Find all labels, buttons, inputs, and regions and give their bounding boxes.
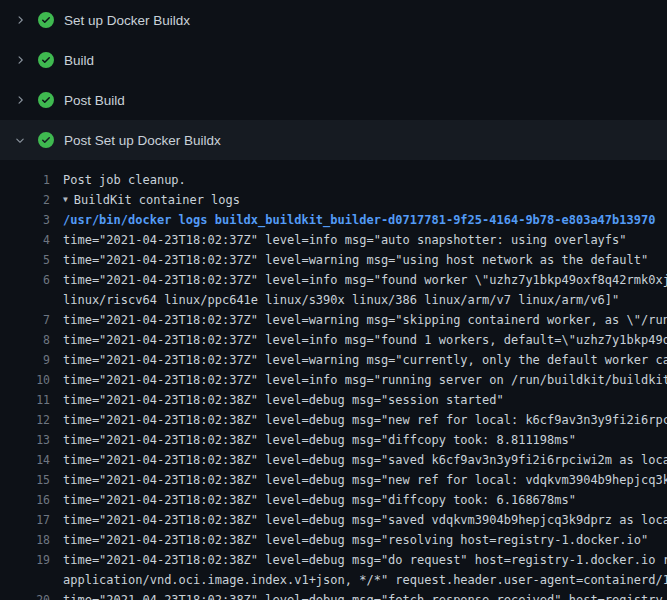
actions-log-viewer: Set up Docker Buildx Build Post Build (0, 0, 667, 600)
log-line: 17 time="2021-04-23T18:02:38Z" level=deb… (0, 510, 667, 530)
section-header-build[interactable]: Build (0, 40, 667, 80)
log-line: 12 time="2021-04-23T18:02:38Z" level=deb… (0, 410, 667, 430)
log-text: time="2021-04-23T18:02:37Z" level=info m… (50, 370, 667, 390)
log-line: 14 time="2021-04-23T18:02:38Z" level=deb… (0, 450, 667, 470)
line-number[interactable]: 19 (0, 550, 50, 570)
section-label: Set up Docker Buildx (64, 13, 190, 28)
log-line: 20 time="2021-04-23T18:02:38Z" level=deb… (0, 590, 667, 600)
line-number[interactable] (0, 570, 50, 590)
log-text: time="2021-04-23T18:02:38Z" level=debug … (50, 550, 667, 570)
line-number[interactable]: 18 (0, 530, 50, 550)
log-line: 18 time="2021-04-23T18:02:38Z" level=deb… (0, 530, 667, 550)
line-number[interactable]: 20 (0, 590, 50, 600)
log-text: linux/riscv64 linux/ppc641e linux/s390x … (50, 290, 667, 310)
log-line: 1 Post job cleanup. (0, 170, 667, 190)
log-line: 9 time="2021-04-23T18:02:37Z" level=warn… (0, 350, 667, 370)
log-area: 1 Post job cleanup. 2 ▼ BuildKit contain… (0, 160, 667, 600)
log-line: 10 time="2021-04-23T18:02:37Z" level=inf… (0, 370, 667, 390)
line-number[interactable]: 8 (0, 330, 50, 350)
line-number[interactable]: 5 (0, 250, 50, 270)
group-toggle-icon[interactable]: ▼ (50, 190, 68, 210)
line-number[interactable]: 10 (0, 370, 50, 390)
chevron-right-icon (12, 52, 28, 68)
log-line: 11 time="2021-04-23T18:02:38Z" level=deb… (0, 390, 667, 410)
chevron-right-icon (12, 92, 28, 108)
check-circle-icon (38, 92, 54, 108)
step-list: Set up Docker Buildx Build Post Build (0, 0, 667, 160)
log-text: time="2021-04-23T18:02:37Z" level=info m… (50, 270, 667, 290)
line-number[interactable] (0, 290, 50, 310)
log-text: time="2021-04-23T18:02:37Z" level=warnin… (50, 250, 667, 270)
line-number[interactable]: 13 (0, 430, 50, 450)
log-line: 13 time="2021-04-23T18:02:38Z" level=deb… (0, 430, 667, 450)
log-text: Post job cleanup. (50, 170, 667, 190)
log-text: time="2021-04-23T18:02:38Z" level=debug … (50, 410, 667, 430)
log-line: 5 time="2021-04-23T18:02:37Z" level=warn… (0, 250, 667, 270)
check-circle-icon (38, 52, 54, 68)
log-line: 16 time="2021-04-23T18:02:38Z" level=deb… (0, 490, 667, 510)
line-number[interactable]: 17 (0, 510, 50, 530)
log-line: linux/riscv64 linux/ppc641e linux/s390x … (0, 290, 667, 310)
section-header-post-set-up-docker-buildx[interactable]: Post Set up Docker Buildx (0, 120, 667, 160)
log-text: time="2021-04-23T18:02:38Z" level=debug … (50, 490, 667, 510)
log-text: time="2021-04-23T18:02:37Z" level=info m… (50, 230, 667, 250)
log-text: BuildKit container logs (68, 190, 667, 210)
log-text: time="2021-04-23T18:02:38Z" level=debug … (50, 430, 667, 450)
log-line: 2 ▼ BuildKit container logs (0, 190, 667, 210)
check-circle-icon (38, 132, 54, 148)
log-line: 15 time="2021-04-23T18:02:38Z" level=deb… (0, 470, 667, 490)
line-number[interactable]: 11 (0, 390, 50, 410)
line-number[interactable]: 16 (0, 490, 50, 510)
chevron-down-icon (12, 132, 28, 148)
line-number[interactable]: 15 (0, 470, 50, 490)
log-line: 6 time="2021-04-23T18:02:37Z" level=info… (0, 270, 667, 290)
section-label: Post Set up Docker Buildx (64, 133, 221, 148)
log-line: 7 time="2021-04-23T18:02:37Z" level=warn… (0, 310, 667, 330)
log-text: time="2021-04-23T18:02:38Z" level=debug … (50, 590, 667, 600)
log-text: time="2021-04-23T18:02:38Z" level=debug … (50, 450, 667, 470)
line-number[interactable]: 2 (0, 190, 50, 210)
log-line: 8 time="2021-04-23T18:02:37Z" level=info… (0, 330, 667, 350)
log-line: 19 time="2021-04-23T18:02:38Z" level=deb… (0, 550, 667, 570)
line-number[interactable]: 7 (0, 310, 50, 330)
log-text: /usr/bin/docker logs buildx_buildkit_bui… (50, 210, 667, 230)
line-number[interactable]: 3 (0, 210, 50, 230)
section-label: Post Build (64, 93, 125, 108)
log-line: 4 time="2021-04-23T18:02:37Z" level=info… (0, 230, 667, 250)
section-header-post-build[interactable]: Post Build (0, 80, 667, 120)
chevron-right-icon (12, 12, 28, 28)
section-label: Build (64, 53, 94, 68)
log-text: time="2021-04-23T18:02:37Z" level=warnin… (50, 350, 667, 370)
log-text: time="2021-04-23T18:02:37Z" level=warnin… (50, 310, 667, 330)
line-number[interactable]: 14 (0, 450, 50, 470)
line-number[interactable]: 1 (0, 170, 50, 190)
check-circle-icon (38, 12, 54, 28)
log-text: time="2021-04-23T18:02:38Z" level=debug … (50, 390, 667, 410)
log-text: application/vnd.oci.image.index.v1+json,… (50, 570, 667, 590)
section-header-set-up-docker-buildx[interactable]: Set up Docker Buildx (0, 0, 667, 40)
log-line: 3 /usr/bin/docker logs buildx_buildkit_b… (0, 210, 667, 230)
log-text: time="2021-04-23T18:02:37Z" level=info m… (50, 330, 667, 350)
line-number[interactable]: 9 (0, 350, 50, 370)
line-number[interactable]: 6 (0, 270, 50, 290)
line-number[interactable]: 12 (0, 410, 50, 430)
line-number[interactable]: 4 (0, 230, 50, 250)
log-text: time="2021-04-23T18:02:38Z" level=debug … (50, 510, 667, 530)
log-text: time="2021-04-23T18:02:38Z" level=debug … (50, 470, 667, 490)
log-line: application/vnd.oci.image.index.v1+json,… (0, 570, 667, 590)
log-text: time="2021-04-23T18:02:38Z" level=debug … (50, 530, 667, 550)
